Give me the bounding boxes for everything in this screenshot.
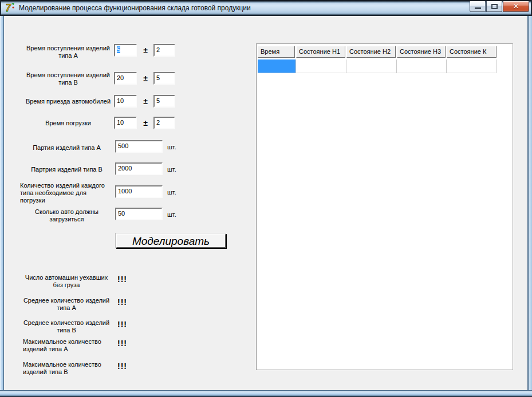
plus-minus-label: ± (141, 74, 150, 83)
quantity-input[interactable]: 2000 (115, 162, 163, 175)
window-frame-left (0, 16, 4, 390)
simulate-button[interactable]: Моделировать (116, 233, 226, 248)
result-label: Максимальное количество изделий типа В (23, 361, 110, 376)
time-value-input[interactable]: 5 (114, 44, 137, 57)
plus-minus-label: ± (141, 46, 150, 55)
time-row-label: Время поступления изделий типа В (23, 72, 113, 86)
table-cell[interactable] (447, 59, 496, 73)
time-row-label: Время приезда автомобилей (23, 98, 113, 105)
time-deviation-input[interactable]: 5 (153, 72, 175, 85)
minimize-button[interactable] (470, 1, 486, 12)
quantity-input[interactable]: 500 (115, 140, 163, 153)
minimize-icon (475, 7, 481, 9)
plus-minus-label: ± (141, 118, 150, 128)
result-value: !!! (117, 362, 127, 371)
app-icon: 7 (5, 2, 15, 13)
table-cell-selected[interactable] (258, 59, 296, 73)
plus-minus-label: ± (141, 97, 150, 106)
close-button[interactable]: ✕ (503, 1, 529, 12)
table-header-cell: Время (258, 46, 295, 58)
maximize-button[interactable] (486, 1, 502, 12)
quantity-input[interactable]: 1000 (115, 185, 163, 198)
result-value: !!! (117, 297, 127, 307)
unit-label: шт. (167, 166, 176, 173)
window-title: Моделирование процесса функционирования … (19, 4, 251, 12)
table-header-cell: Состояние Н3 (397, 46, 446, 58)
time-deviation-input[interactable]: 2 (153, 44, 175, 57)
selected-text: 5 (117, 46, 120, 53)
table-cell[interactable] (397, 59, 447, 73)
titlebar[interactable]: 7 Моделирование процесса функционировани… (0, 0, 532, 16)
window-frame-right (527, 16, 532, 390)
unit-label: шт. (167, 211, 176, 218)
time-row-label: Время погрузки (23, 120, 113, 127)
time-deviation-input[interactable]: 5 (153, 95, 175, 108)
result-value: !!! (117, 275, 127, 284)
close-icon: ✕ (503, 2, 529, 10)
result-label: Среднее количество изделий типа В (23, 319, 110, 334)
unit-label: шт. (167, 144, 176, 150)
table-cell[interactable] (346, 59, 397, 73)
table-header-cell: Состояние Н1 (296, 46, 345, 58)
result-label: Среднее количество изделий типа А (23, 297, 110, 312)
time-value-input[interactable]: 20 (114, 72, 137, 85)
quantity-row-label: Сколько авто должны загрузиться (20, 208, 113, 223)
result-value: !!! (117, 339, 127, 348)
table-header-cell: Состояние Н2 (346, 46, 396, 58)
result-value: !!! (117, 320, 127, 329)
unit-label: шт. (167, 189, 176, 196)
window-frame-bottom (0, 390, 532, 397)
app-window: 7 Моделирование процесса функционировани… (0, 0, 532, 397)
window-controls: ✕ (470, 1, 529, 12)
time-deviation-input[interactable]: 2 (153, 117, 175, 129)
svg-text:7: 7 (6, 3, 11, 13)
maximize-icon (491, 4, 498, 9)
time-value-input[interactable]: 10 (114, 117, 137, 129)
result-label: Число автомашин уехавших без груза (23, 274, 110, 289)
quantity-row-label: Количество изделий каждого типа необходи… (20, 182, 113, 204)
quantity-row-label: Партия изделий типа А (20, 144, 113, 152)
table-cell[interactable] (296, 59, 346, 73)
time-value-input[interactable]: 10 (114, 95, 137, 108)
time-row-label: Время поступления изделий типа А (23, 45, 113, 59)
quantity-input[interactable]: 50 (115, 208, 163, 220)
quantity-row-label: Партрия изделий типа В (20, 166, 113, 173)
result-label: Максимальное количество изделий типа А (23, 338, 110, 353)
table-header-cell: Состояние К (447, 46, 496, 58)
results-table: ВремяСостояние Н1Состояние Н2Состояние Н… (256, 43, 513, 370)
